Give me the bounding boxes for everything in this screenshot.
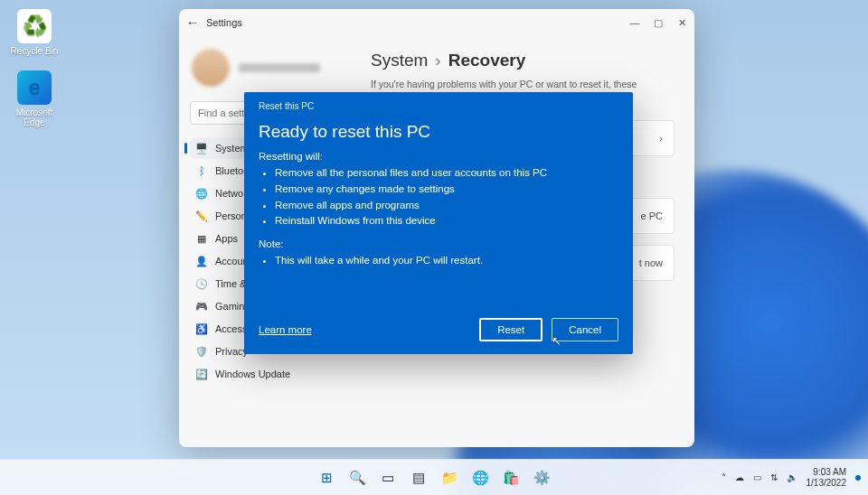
accounts-icon: 👤 <box>195 255 208 267</box>
taskbar-search[interactable]: 🔍 <box>345 466 369 490</box>
tray-onedrive-icon[interactable]: ☁ <box>735 472 744 482</box>
dialog-heading: Ready to reset this PC <box>259 122 618 142</box>
reset-pc-dialog: Reset this PC Ready to reset this PC Res… <box>244 92 633 354</box>
desktop-edge[interactable]: e Microsoft Edge <box>7 70 61 127</box>
tray-volume-icon[interactable]: 🔈 <box>787 472 797 482</box>
reset-button[interactable]: Reset <box>479 318 542 341</box>
tray-notifications-icon[interactable] <box>855 475 861 481</box>
tray-wifi-icon[interactable]: ⇅ <box>770 472 778 482</box>
update-icon: 🔄 <box>195 368 208 380</box>
breadcrumb: System › Recovery <box>371 51 675 70</box>
gaming-icon: 🎮 <box>195 300 208 313</box>
learn-more-link[interactable]: Learn more <box>259 324 312 335</box>
network-icon: 🌐 <box>195 187 208 200</box>
dialog-small-title: Reset this PC <box>259 101 618 111</box>
dialog-note-label: Note: <box>259 238 618 249</box>
breadcrumb-recovery: Recovery <box>448 51 526 70</box>
start-button[interactable]: ⊞ <box>315 466 338 490</box>
nav-label: Apps <box>215 233 238 244</box>
taskbar-taskview[interactable]: ▭ <box>376 466 400 490</box>
bullet: Remove all apps and programs <box>275 198 618 214</box>
edge-label: Microsoft Edge <box>7 107 61 127</box>
bullet: Remove any changes made to settings <box>275 182 618 198</box>
avatar <box>192 49 230 87</box>
window-title: Settings <box>206 17 242 28</box>
bullet: Reinstall Windows from this device <box>275 213 618 229</box>
tray-chevron-icon[interactable]: ˄ <box>722 472 726 482</box>
breadcrumb-system[interactable]: System <box>371 51 428 70</box>
recycle-bin-label: Recycle Bin <box>7 46 61 56</box>
tray-date: 1/13/2022 <box>807 478 847 489</box>
note-bullet: This will take a while and your PC will … <box>275 253 618 269</box>
dialog-note-bullets: This will take a while and your PC will … <box>259 253 618 269</box>
privacy-icon: 🛡️ <box>195 345 208 358</box>
card2-text: e PC <box>641 210 663 221</box>
card3-text: t now <box>639 257 663 268</box>
taskbar: ⊞ 🔍 ▭ ▤ 📁 🌐 🛍️ ⚙️ ˄ ☁ ▭ ⇅ 🔈 9:03 AM 1/13… <box>0 459 868 495</box>
taskbar-explorer[interactable]: 📁 <box>438 466 461 490</box>
nav-windows-update[interactable]: 🔄Windows Update <box>190 363 340 385</box>
profile-name-blur <box>239 63 320 72</box>
taskbar-settings[interactable]: ⚙️ <box>530 466 553 490</box>
chevron-right-icon: › <box>659 133 663 144</box>
tray-clock[interactable]: 9:03 AM 1/13/2022 <box>807 467 847 488</box>
taskbar-store[interactable]: 🛍️ <box>499 466 523 490</box>
system-icon: 🖥️ <box>195 142 208 154</box>
back-button[interactable]: ← <box>186 15 199 30</box>
accessibility-icon: ♿ <box>195 322 208 335</box>
personalization-icon: ✏️ <box>195 210 208 222</box>
nav-label: Windows Update <box>215 369 290 379</box>
bullet: Remove all the personal files and user a… <box>275 165 618 182</box>
mouse-cursor: ↖ <box>552 334 561 348</box>
nav-label: Privacy <box>215 346 248 357</box>
desktop-recycle-bin[interactable]: ♻️ Recycle Bin <box>7 9 61 56</box>
dialog-bullets: Remove all the personal files and user a… <box>259 165 618 229</box>
system-tray: ˄ ☁ ▭ ⇅ 🔈 9:03 AM 1/13/2022 <box>722 467 869 488</box>
tray-time: 9:03 AM <box>807 467 847 478</box>
time-icon: 🕓 <box>195 277 208 290</box>
maximize-button[interactable]: ▢ <box>653 17 664 29</box>
titlebar: ← Settings — ▢ ✕ <box>179 9 694 36</box>
dialog-lead: Resetting will: <box>259 151 618 162</box>
taskbar-widgets[interactable]: ▤ <box>407 466 430 490</box>
minimize-button[interactable]: — <box>629 17 640 29</box>
recycle-bin-icon: ♻️ <box>17 9 52 43</box>
edge-icon: e <box>17 70 52 105</box>
taskbar-edge[interactable]: 🌐 <box>468 466 492 490</box>
chevron-right-icon: › <box>435 51 440 70</box>
apps-icon: ▦ <box>195 232 208 245</box>
profile-block[interactable] <box>190 43 340 96</box>
window-controls: — ▢ ✕ <box>629 17 687 29</box>
taskbar-center: ⊞ 🔍 ▭ ▤ 📁 🌐 🛍️ ⚙️ <box>315 466 553 490</box>
close-button[interactable]: ✕ <box>676 17 687 29</box>
cancel-button[interactable]: Cancel <box>552 318 618 341</box>
tray-battery-icon[interactable]: ▭ <box>753 472 761 482</box>
nav-label: Time & <box>215 278 246 289</box>
bluetooth-icon: ᛒ <box>195 164 208 177</box>
